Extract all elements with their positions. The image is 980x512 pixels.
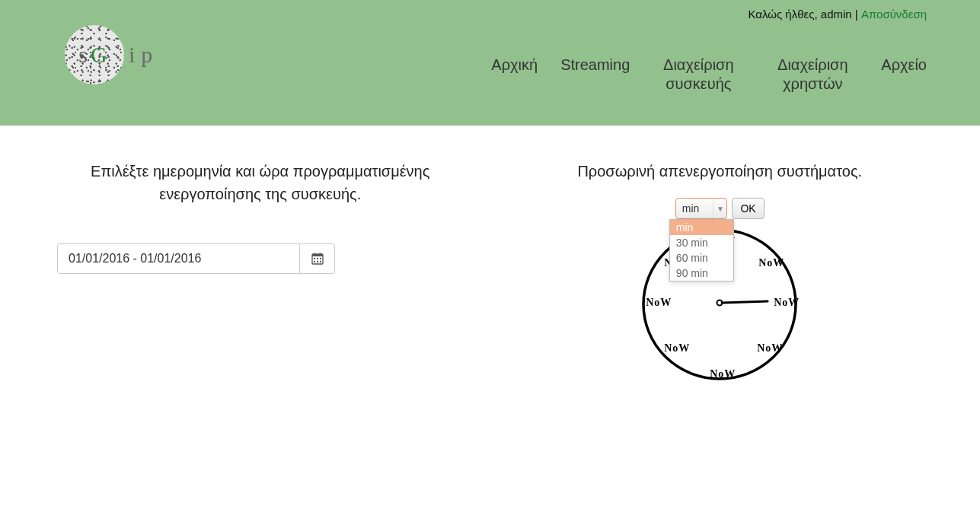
nav-archive[interactable]: Αρχείο <box>881 56 927 94</box>
controls-row: min ▼ min 30 min 60 min 90 min OK <box>506 198 935 219</box>
duration-select-value: min <box>676 202 713 215</box>
nav-home[interactable]: Αρχική <box>491 56 538 94</box>
clock-label-8: NoW <box>664 342 690 355</box>
logo-suffix: ip <box>129 42 158 68</box>
logo-s: s <box>78 42 91 68</box>
separator: | <box>852 8 861 21</box>
svg-line-12 <box>722 301 768 303</box>
svg-rect-9 <box>320 261 321 262</box>
calendar-button[interactable] <box>300 243 335 274</box>
nav-streaming[interactable]: Streaming <box>560 56 630 94</box>
logout-link[interactable]: Αποσύνδεση <box>861 8 927 21</box>
logo-g: G <box>91 42 110 68</box>
svg-rect-2 <box>314 253 316 256</box>
option-min[interactable]: min <box>670 220 733 235</box>
logo[interactable]: sG ip <box>46 25 158 84</box>
duration-select-wrap: min ▼ min 30 min 60 min 90 min <box>675 198 728 219</box>
header-bar: Καλώς ήλθες, admin | Αποσύνδεση sG ip Αρ… <box>0 0 980 126</box>
date-range-group <box>57 243 335 274</box>
svg-rect-4 <box>314 258 315 259</box>
nav-device-management[interactable]: Διαχείριση συσκευής <box>653 56 744 94</box>
schedule-heading: Επιλέξτε ημερομηνία και ώρα προγραμματισ… <box>78 160 443 205</box>
nav-user-management[interactable]: Διαχείριση χρηστών <box>767 56 858 94</box>
svg-rect-7 <box>314 261 315 262</box>
clock-label-4: NoW <box>757 342 783 355</box>
clock-label-9: NoW <box>646 297 672 309</box>
right-column: Προσωρινή απενεργοποίηση συστήματος. min… <box>506 160 935 386</box>
left-column: Επιλέξτε ημερομηνία και ώρα προγραμματισ… <box>46 160 475 386</box>
svg-rect-1 <box>312 254 323 256</box>
svg-rect-6 <box>320 258 321 259</box>
clock-label-2: NoW <box>758 257 784 269</box>
option-30min[interactable]: 30 min <box>670 235 733 250</box>
option-90min[interactable]: 90 min <box>670 266 733 281</box>
duration-dropdown: min 30 min 60 min 90 min <box>669 219 734 281</box>
ok-button[interactable]: OK <box>732 198 764 219</box>
calendar-icon <box>311 253 324 265</box>
main-nav: Αρχική Streaming Διαχείριση συσκευής Δια… <box>491 25 934 94</box>
clock-label-6: NoW <box>710 368 736 380</box>
content: Επιλέξτε ημερομηνία και ώρα προγραμματισ… <box>0 126 980 417</box>
svg-rect-8 <box>317 261 318 262</box>
option-60min[interactable]: 60 min <box>670 250 733 266</box>
duration-select[interactable]: min ▼ <box>675 198 728 219</box>
welcome-text: Καλώς ήλθες, admin <box>749 8 852 21</box>
disable-heading: Προσωρινή απενεργοποίηση συστήματος. <box>537 160 902 183</box>
svg-rect-3 <box>319 253 321 256</box>
svg-rect-5 <box>317 258 318 259</box>
logo-circle: sG <box>65 25 124 84</box>
date-range-input[interactable] <box>57 243 300 274</box>
topbar: Καλώς ήλθες, admin | Αποσύνδεση <box>46 8 934 21</box>
chevron-down-icon: ▼ <box>713 199 726 218</box>
clock-label-3: NoW <box>774 297 800 309</box>
